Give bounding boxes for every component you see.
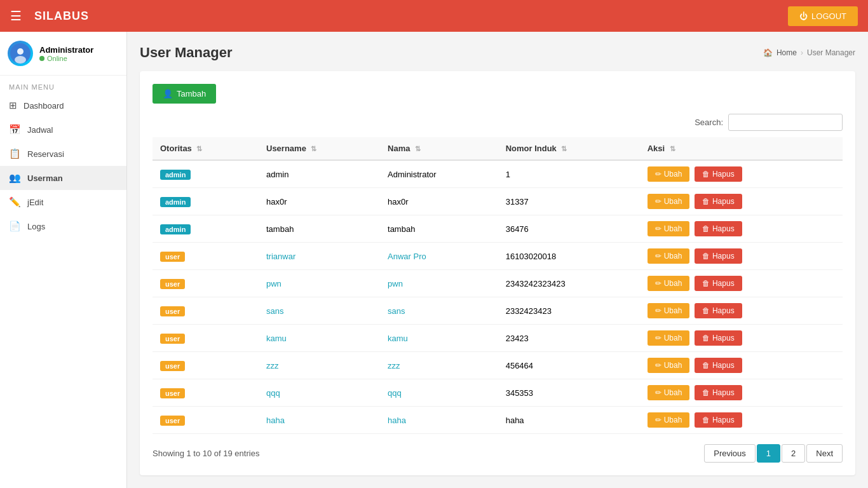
- username-value: sans: [266, 306, 283, 316]
- tambah-button[interactable]: 👤 Tambah: [153, 84, 216, 104]
- next-button[interactable]: Next: [806, 444, 843, 463]
- hapus-button[interactable]: 🗑 Hapus: [695, 385, 742, 400]
- username-value: tambah: [266, 224, 294, 234]
- ubah-button[interactable]: ✏ Ubah: [648, 276, 690, 291]
- table-controls: Search:: [153, 114, 843, 131]
- hamburger-icon[interactable]: ☰: [10, 8, 22, 24]
- trash-icon: 🗑: [702, 252, 710, 261]
- hapus-button[interactable]: 🗑 Hapus: [695, 248, 742, 264]
- cell-nama: sans: [380, 297, 498, 325]
- username-value: trianwar: [266, 252, 295, 261]
- username-value: pwn: [266, 279, 281, 288]
- col-nomor-induk[interactable]: Nomor Induk ⇅: [498, 137, 640, 160]
- trash-icon: 🗑: [702, 197, 710, 206]
- ubah-button[interactable]: ✏ Ubah: [648, 221, 690, 236]
- cell-nama: hax0r: [380, 188, 498, 215]
- sidebar-item-logs[interactable]: 📄 Logs: [0, 214, 126, 238]
- ubah-button[interactable]: ✏ Ubah: [648, 330, 690, 346]
- logout-button[interactable]: ⏻ LOGOUT: [788, 6, 858, 26]
- edit-icon: ✏: [655, 416, 661, 424]
- dashboard-icon: ⊞: [9, 100, 17, 111]
- hapus-button[interactable]: 🗑 Hapus: [695, 330, 742, 346]
- sidebar-item-label-logs: Logs: [27, 222, 45, 231]
- ubah-button[interactable]: ✏ Ubah: [648, 385, 690, 400]
- nomor-induk-value: 23423: [506, 334, 529, 343]
- cell-aksi: ✏ Ubah 🗑 Hapus: [640, 270, 843, 297]
- nama-value: Administrator: [388, 170, 437, 179]
- edit-icon: ✏: [655, 170, 661, 179]
- page-1-button[interactable]: 1: [757, 444, 780, 463]
- nama-value: zzz: [388, 361, 400, 370]
- breadcrumb-home-icon: 🏠: [763, 48, 773, 57]
- page-2-button[interactable]: 2: [782, 444, 805, 463]
- table-row: admin tambah tambah 36476 ✏ Ubah 🗑 Hapus: [153, 215, 843, 243]
- sidebar-item-label-userman: Userman: [27, 173, 63, 183]
- tambah-label: Tambah: [177, 89, 206, 98]
- cell-nama: zzz: [380, 352, 498, 379]
- hapus-button[interactable]: 🗑 Hapus: [695, 276, 742, 291]
- cell-nama: pwn: [380, 270, 498, 297]
- cell-username: hax0r: [259, 188, 380, 215]
- otoritas-badge: admin: [160, 170, 191, 180]
- hapus-button[interactable]: 🗑 Hapus: [695, 221, 742, 236]
- cell-otoritas: user: [153, 297, 259, 325]
- col-nama[interactable]: Nama ⇅: [380, 137, 498, 160]
- ubah-button[interactable]: ✏ Ubah: [648, 166, 690, 182]
- user-status: Online: [39, 55, 93, 62]
- col-otoritas[interactable]: Otoritas ⇅: [153, 137, 259, 160]
- hapus-button[interactable]: 🗑 Hapus: [695, 358, 742, 373]
- cell-nomor-induk: 36476: [498, 215, 640, 243]
- previous-button[interactable]: Previous: [704, 444, 756, 463]
- cell-otoritas: admin: [153, 215, 259, 243]
- hapus-button[interactable]: 🗑 Hapus: [695, 194, 742, 209]
- cell-username: qqq: [259, 379, 380, 407]
- sidebar-item-dashboard[interactable]: ⊞ Dashboard: [0, 93, 126, 118]
- otoritas-badge: user: [160, 306, 185, 316]
- cell-aksi: ✏ Ubah 🗑 Hapus: [640, 297, 843, 325]
- table-row: user zzz zzz 456464 ✏ Ubah 🗑 Hapus: [153, 352, 843, 379]
- sort-otoritas-icon: ⇅: [196, 145, 202, 152]
- table-row: user pwn pwn 2343242323423 ✏ Ubah 🗑 Hapu…: [153, 270, 843, 297]
- ubah-button[interactable]: ✏ Ubah: [648, 303, 690, 318]
- jadwal-icon: 📅: [9, 124, 21, 135]
- username-value: kamu: [266, 334, 287, 343]
- ubah-button[interactable]: ✏ Ubah: [648, 358, 690, 373]
- cell-nomor-induk: 16103020018: [498, 243, 640, 270]
- search-input[interactable]: [728, 114, 843, 131]
- sidebar-item-jadwal[interactable]: 📅 Jadwal: [0, 118, 126, 142]
- hapus-button[interactable]: 🗑 Hapus: [695, 412, 742, 428]
- cell-otoritas: user: [153, 352, 259, 379]
- page-title: User Manager: [140, 44, 233, 61]
- hapus-button[interactable]: 🗑 Hapus: [695, 166, 742, 182]
- table-row: user kamu kamu 23423 ✏ Ubah 🗑 Hapus: [153, 325, 843, 352]
- ubah-button[interactable]: ✏ Ubah: [648, 248, 690, 264]
- cell-aksi: ✏ Ubah 🗑 Hapus: [640, 352, 843, 379]
- sidebar-item-reservasi[interactable]: 📋 Reservasi: [0, 142, 126, 166]
- sidebar-item-jedit[interactable]: ✏️ jEdit: [0, 190, 126, 214]
- sidebar-item-userman[interactable]: 👥 Userman: [0, 166, 126, 190]
- cell-nama: Anwar Pro: [380, 243, 498, 270]
- col-username[interactable]: Username ⇅: [259, 137, 380, 160]
- nomor-induk-value: 345353: [506, 388, 533, 398]
- nama-value: sans: [388, 306, 405, 316]
- cell-username: admin: [259, 160, 380, 188]
- svg-point-2: [15, 56, 26, 64]
- ubah-button[interactable]: ✏ Ubah: [648, 194, 690, 209]
- hapus-button[interactable]: 🗑 Hapus: [695, 303, 742, 318]
- nama-value: Anwar Pro: [388, 252, 426, 261]
- ubah-button[interactable]: ✏ Ubah: [648, 412, 690, 428]
- otoritas-badge: user: [160, 252, 185, 262]
- svg-point-1: [17, 48, 24, 55]
- cell-nama: qqq: [380, 379, 498, 407]
- nomor-induk-value: 456464: [506, 361, 533, 370]
- cell-username: haha: [259, 407, 380, 434]
- main-card: 👤 Tambah Search: Otoritas ⇅ Username ⇅ N…: [140, 71, 855, 475]
- nomor-induk-value: haha: [506, 416, 524, 425]
- trash-icon: 🗑: [702, 361, 710, 370]
- userman-icon: 👥: [9, 172, 21, 184]
- breadcrumb-current: User Manager: [807, 48, 855, 57]
- cell-username: pwn: [259, 270, 380, 297]
- logout-icon: ⏻: [799, 11, 808, 21]
- trash-icon: 🗑: [702, 306, 710, 315]
- breadcrumb-home-link[interactable]: Home: [776, 48, 797, 57]
